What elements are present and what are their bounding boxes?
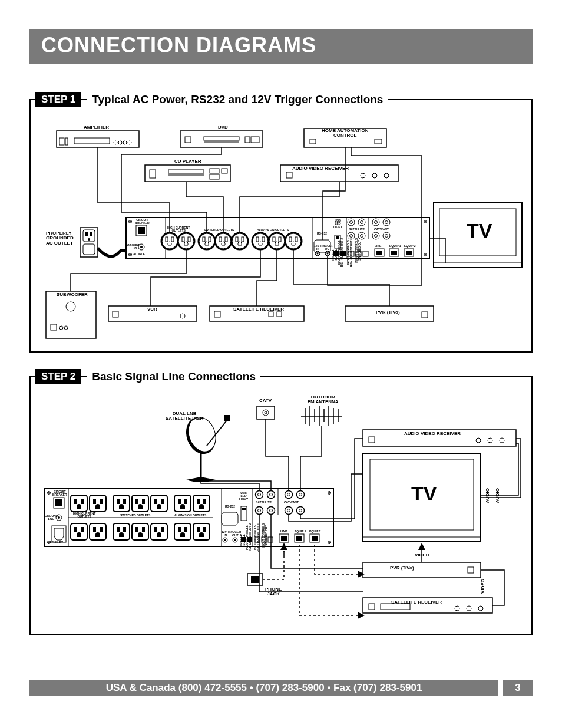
svg-rect-224 (135, 527, 138, 532)
lbl-tsrc2: TRIGGER SOURCE (240, 534, 246, 546)
svg-rect-138 (257, 406, 275, 419)
svg-rect-209 (178, 499, 181, 504)
lbl-outdoor: OUTDOOR FM ANTENNA (308, 395, 339, 405)
lbl-sat: SATELLITE RECEIVER (233, 307, 284, 312)
lbl-avr2: AUDIO VIDEO RECEIVER (404, 431, 461, 436)
svg-rect-234 (203, 527, 206, 532)
lbl-vcr: VCR (147, 307, 157, 312)
lbl-pvr: PVR (TiVo) (376, 310, 400, 315)
svg-rect-232 (193, 523, 210, 540)
lbl-line: LINE (375, 245, 381, 248)
svg-rect-262 (268, 537, 273, 542)
lbl-phone: PHONE JACK (265, 587, 282, 597)
lbl-catv2: CATV/ANT (284, 501, 299, 504)
step1-box: STEP 1 Typical AC Power, RS232 and 12V T… (29, 99, 533, 353)
lbl-ao: ALWAYS ON OUTLETS (257, 229, 289, 232)
lbl-eq2: EQUIP 2 (404, 245, 416, 248)
lbl-swo-2: IN/OUT CONTROLS SWITCHED OUT (263, 523, 268, 548)
lbl-sw: SWITCHED OUTLETS (204, 229, 234, 232)
svg-point-63 (178, 233, 194, 249)
step2-box: STEP 2 Basic Signal Line Connections (29, 376, 533, 635)
lbl-avr: AUDIO VIDEO RECEIVER (292, 166, 349, 171)
svg-rect-222 (123, 527, 126, 532)
lbl-sw2: SWITCHED OUTLETS (120, 514, 150, 517)
svg-rect-163 (363, 562, 481, 578)
svg-rect-211 (193, 495, 210, 512)
lbl-sat2b: SATELLITE RECEIVER (391, 600, 442, 605)
svg-rect-213 (203, 499, 206, 504)
lbl-tsrc: TRIGGER SOURCE (332, 249, 338, 261)
lbl-catv: CATV (259, 398, 272, 403)
svg-rect-270 (251, 576, 259, 583)
svg-rect-194 (74, 499, 77, 504)
svg-rect-153 (224, 415, 230, 421)
svg-rect-229 (174, 523, 191, 540)
svg-rect-223 (132, 523, 148, 540)
lbl-pvr2: PVR (TiVo) (390, 566, 414, 571)
svg-rect-219 (100, 527, 103, 532)
svg-rect-220 (113, 523, 130, 540)
svg-rect-208 (174, 495, 191, 512)
svg-rect-230 (178, 527, 181, 532)
svg-rect-225 (142, 527, 145, 532)
svg-rect-195 (81, 499, 84, 504)
svg-rect-233 (197, 527, 200, 532)
svg-rect-215 (74, 527, 77, 532)
lbl-home-auto: HOME AUTOMATION CONTROL (322, 129, 368, 139)
lbl-dish: DUAL LNB SATELLITE DISH (166, 411, 203, 421)
lbl-rs: RS-232 (317, 232, 327, 235)
lbl-audio2: AUDIO (495, 488, 500, 503)
svg-rect-117 (363, 251, 368, 256)
lbl-tv2: TV (411, 483, 437, 505)
svg-point-57 (140, 246, 143, 248)
svg-rect-119 (376, 251, 382, 255)
svg-rect-207 (161, 499, 164, 504)
svg-rect-200 (117, 499, 120, 504)
svg-point-67 (199, 233, 214, 249)
lbl-in2: IN (224, 534, 227, 537)
lbl-audio1: AUDIO (485, 488, 490, 503)
lbl-acin2: AC INLET (49, 541, 63, 544)
svg-rect-205 (151, 495, 167, 512)
lbl-swo: IN/OUT CONTROLS SWITCHED OUT (356, 238, 361, 263)
svg-rect-231 (184, 527, 187, 532)
lbl-ao2: ALWAYS ON OUTLETS (174, 514, 206, 517)
svg-rect-268 (312, 536, 318, 541)
lbl-eq22: EQUIP 2 (309, 530, 321, 533)
lbl-usb2: USB LED LIGHT (239, 492, 248, 501)
svg-rect-202 (132, 495, 148, 512)
svg-rect-198 (100, 499, 103, 504)
svg-point-83 (269, 233, 285, 249)
lbl-sat2: SATELLITE (349, 228, 365, 231)
svg-rect-204 (142, 499, 145, 504)
svg-rect-124 (46, 291, 96, 338)
svg-point-75 (232, 233, 247, 249)
svg-rect-216 (81, 527, 84, 532)
lbl-catv: CATV/ANT (374, 228, 389, 231)
svg-point-255 (224, 539, 226, 541)
lbl-amplifier: AMPLIFIER (84, 125, 109, 130)
svg-rect-189 (55, 499, 62, 506)
svg-rect-266 (296, 536, 302, 541)
svg-rect-226 (151, 523, 167, 540)
svg-rect-210 (184, 499, 187, 504)
svg-point-71 (216, 233, 231, 249)
lbl-hco2-2: IN/OUT CONTROLS HIGH CURRENT OUT 1 (254, 523, 260, 552)
svg-rect-228 (161, 527, 164, 532)
svg-rect-197 (93, 499, 96, 504)
lbl-cd: CD PLAYER (174, 159, 201, 164)
lbl-video: VIDEO (415, 553, 429, 558)
svg-point-257 (234, 539, 236, 541)
svg-rect-55 (138, 227, 145, 234)
svg-rect-214 (71, 523, 87, 540)
lbl-breaker: CIRCUIT BREAKER (135, 219, 150, 225)
svg-point-191 (58, 516, 60, 519)
page-title: CONNECTION DIAGRAMS (29, 29, 533, 64)
svg-point-79 (253, 233, 268, 249)
svg-rect-8 (180, 131, 263, 147)
lbl-rs2: RS-232 (225, 505, 235, 508)
lbl-sat2lbl: SATELLITE (256, 501, 272, 504)
svg-rect-206 (154, 499, 157, 504)
lbl-hco: IN/OUT CONTROLS HIGH CURRENT OUT 2 (338, 238, 343, 267)
svg-rect-203 (135, 499, 138, 504)
